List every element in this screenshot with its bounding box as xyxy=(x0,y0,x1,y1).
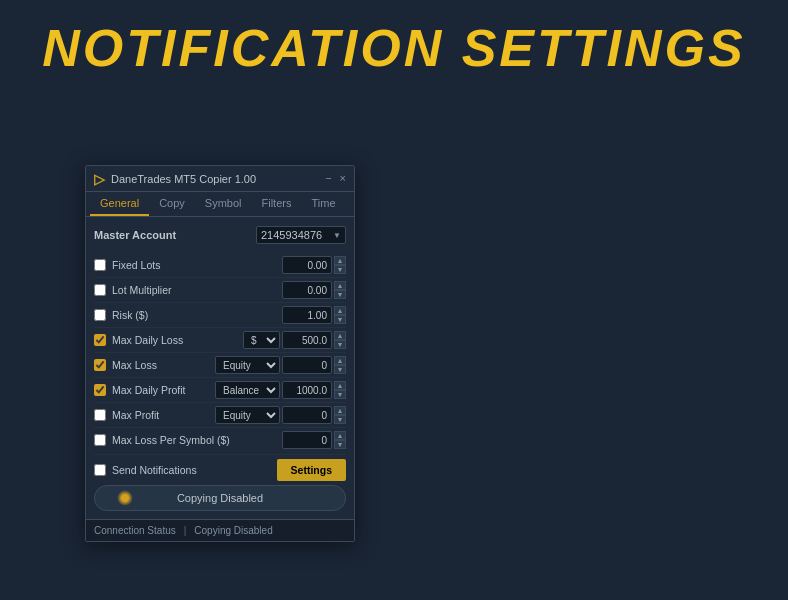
spinner-down-max-daily-profit[interactable]: ▼ xyxy=(334,390,346,399)
label-lot-multiplier: Lot Multiplier xyxy=(112,284,282,296)
input-max-loss-symbol[interactable] xyxy=(282,431,332,449)
master-account-label: Master Account xyxy=(94,229,176,241)
controls-max-loss-symbol: ▲▼ xyxy=(282,431,346,449)
statusbar-divider: | xyxy=(184,525,187,536)
spinner-max-loss: ▲▼ xyxy=(334,356,346,374)
label-max-daily-loss: Max Daily Loss xyxy=(112,334,243,346)
label-max-profit: Max Profit xyxy=(112,409,215,421)
dropdown-max-profit[interactable]: EquityBalanceEquity xyxy=(215,406,280,424)
copying-status-text: Copying Disabled xyxy=(177,492,263,504)
dropdown-max-loss[interactable]: EquityBalanceEquity xyxy=(215,356,280,374)
controls-max-daily-loss: $$%▲▼ xyxy=(243,331,346,349)
setting-row-max-loss-symbol: Max Loss Per Symbol ($)▲▼ xyxy=(94,428,346,452)
setting-row-max-daily-profit: Max Daily ProfitBalanceBalanceEquity▲▼ xyxy=(94,378,346,403)
send-notifications-checkbox[interactable] xyxy=(94,464,106,476)
spinner-down-max-loss[interactable]: ▼ xyxy=(334,365,346,374)
controls-max-daily-profit: BalanceBalanceEquity▲▼ xyxy=(215,381,346,399)
dropdown-max-daily-profit[interactable]: BalanceBalanceEquity xyxy=(215,381,280,399)
cursor-icon xyxy=(117,490,133,506)
tab-time[interactable]: Time xyxy=(301,192,345,216)
setting-row-max-profit: Max ProfitEquityBalanceEquity▲▼ xyxy=(94,403,346,428)
spinner-fixed-lots: ▲▼ xyxy=(334,256,346,274)
input-fixed-lots[interactable] xyxy=(282,256,332,274)
settings-list: Fixed Lots▲▼Lot Multiplier▲▼Risk ($)▲▼Ma… xyxy=(94,253,346,452)
input-lot-multiplier[interactable] xyxy=(282,281,332,299)
input-risk[interactable] xyxy=(282,306,332,324)
minimize-button[interactable]: − xyxy=(325,173,331,184)
label-fixed-lots: Fixed Lots xyxy=(112,259,282,271)
label-risk: Risk ($) xyxy=(112,309,282,321)
master-account-value: 2145934876 xyxy=(261,229,322,241)
input-max-daily-loss[interactable] xyxy=(282,331,332,349)
checkbox-risk[interactable] xyxy=(94,309,106,321)
input-max-daily-profit[interactable] xyxy=(282,381,332,399)
settings-button[interactable]: Settings xyxy=(277,459,346,481)
controls-lot-multiplier: ▲▼ xyxy=(282,281,346,299)
tab-copy[interactable]: Copy xyxy=(149,192,195,216)
setting-row-lot-multiplier: Lot Multiplier▲▼ xyxy=(94,278,346,303)
send-notifications-label: Send Notifications xyxy=(112,464,277,476)
setting-row-risk: Risk ($)▲▼ xyxy=(94,303,346,328)
checkbox-max-daily-loss[interactable] xyxy=(94,334,106,346)
controls-max-loss: EquityBalanceEquity▲▼ xyxy=(215,356,346,374)
titlebar-left: ▷ DaneTrades MT5 Copier 1.00 xyxy=(94,171,256,187)
tab-symbol[interactable]: Symbol xyxy=(195,192,252,216)
spinner-risk: ▲▼ xyxy=(334,306,346,324)
spinner-lot-multiplier: ▲▼ xyxy=(334,281,346,299)
label-max-daily-profit: Max Daily Profit xyxy=(112,384,215,396)
spinner-down-max-loss-symbol[interactable]: ▼ xyxy=(334,440,346,449)
controls-fixed-lots: ▲▼ xyxy=(282,256,346,274)
checkbox-fixed-lots[interactable] xyxy=(94,259,106,271)
connection-status-label: Connection Status xyxy=(94,525,176,536)
close-button[interactable]: × xyxy=(340,173,346,184)
spinner-down-fixed-lots[interactable]: ▼ xyxy=(334,265,346,274)
spinner-down-lot-multiplier[interactable]: ▼ xyxy=(334,290,346,299)
spinner-up-fixed-lots[interactable]: ▲ xyxy=(334,256,346,265)
input-max-profit[interactable] xyxy=(282,406,332,424)
app-window: ▷ DaneTrades MT5 Copier 1.00 − × General… xyxy=(85,165,355,542)
checkbox-max-daily-profit[interactable] xyxy=(94,384,106,396)
spinner-up-max-daily-loss[interactable]: ▲ xyxy=(334,331,346,340)
action-row: Send Notifications Settings xyxy=(94,454,346,481)
spinner-down-risk[interactable]: ▼ xyxy=(334,315,346,324)
chevron-down-icon: ▼ xyxy=(333,231,341,240)
checkbox-max-loss[interactable] xyxy=(94,359,106,371)
nav-tabs: General Copy Symbol Filters Time xyxy=(86,192,354,217)
setting-row-max-daily-loss: Max Daily Loss$$%▲▼ xyxy=(94,328,346,353)
master-account-row: Master Account 2145934876 ▼ xyxy=(94,223,346,247)
setting-row-fixed-lots: Fixed Lots▲▼ xyxy=(94,253,346,278)
controls-max-profit: EquityBalanceEquity▲▼ xyxy=(215,406,346,424)
input-max-loss[interactable] xyxy=(282,356,332,374)
copying-status-overlay: Copying Disabled xyxy=(94,485,346,511)
spinner-up-max-profit[interactable]: ▲ xyxy=(334,406,346,415)
spinner-up-max-loss[interactable]: ▲ xyxy=(334,356,346,365)
checkbox-lot-multiplier[interactable] xyxy=(94,284,106,296)
spinner-max-daily-profit: ▲▼ xyxy=(334,381,346,399)
checkbox-max-loss-symbol[interactable] xyxy=(94,434,106,446)
spinner-up-risk[interactable]: ▲ xyxy=(334,306,346,315)
spinner-down-max-profit[interactable]: ▼ xyxy=(334,415,346,424)
titlebar: ▷ DaneTrades MT5 Copier 1.00 − × xyxy=(86,166,354,192)
master-account-select[interactable]: 2145934876 ▼ xyxy=(256,226,346,244)
spinner-up-max-daily-profit[interactable]: ▲ xyxy=(334,381,346,390)
controls-risk: ▲▼ xyxy=(282,306,346,324)
titlebar-controls: − × xyxy=(325,173,346,184)
dropdown-max-daily-loss[interactable]: $$% xyxy=(243,331,280,349)
copying-status-label: Copying Disabled xyxy=(194,525,272,536)
page-title: NOTIFICATION SETTINGS xyxy=(0,18,788,78)
spinner-max-profit: ▲▼ xyxy=(334,406,346,424)
label-max-loss-symbol: Max Loss Per Symbol ($) xyxy=(112,434,282,446)
statusbar: Connection Status | Copying Disabled xyxy=(86,519,354,541)
spinner-up-max-loss-symbol[interactable]: ▲ xyxy=(334,431,346,440)
tab-filters[interactable]: Filters xyxy=(252,192,302,216)
tab-general[interactable]: General xyxy=(90,192,149,216)
content-area: Master Account 2145934876 ▼ Fixed Lots▲▼… xyxy=(86,217,354,519)
setting-row-max-loss: Max LossEquityBalanceEquity▲▼ xyxy=(94,353,346,378)
spinner-max-daily-loss: ▲▼ xyxy=(334,331,346,349)
checkbox-max-profit[interactable] xyxy=(94,409,106,421)
label-max-loss: Max Loss xyxy=(112,359,215,371)
spinner-up-lot-multiplier[interactable]: ▲ xyxy=(334,281,346,290)
app-logo-icon: ▷ xyxy=(94,171,105,187)
spinner-max-loss-symbol: ▲▼ xyxy=(334,431,346,449)
spinner-down-max-daily-loss[interactable]: ▼ xyxy=(334,340,346,349)
